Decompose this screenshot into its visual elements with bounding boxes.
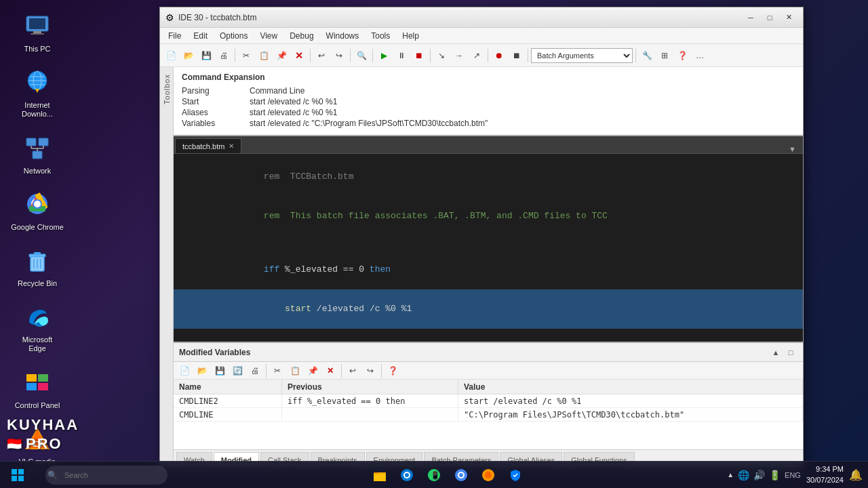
svg-rect-27: [26, 374, 37, 382]
microsoft-edge-label: MicrosoftEdge: [22, 336, 53, 353]
bp-tb-refresh[interactable]: 🔄: [229, 363, 245, 379]
menu-view[interactable]: View: [254, 30, 283, 42]
tb-record[interactable]: ⏺: [491, 47, 507, 64]
tray-battery[interactable]: 🔋: [769, 470, 781, 481]
batch-args-dropdown[interactable]: Batch Arguments: [531, 48, 633, 63]
tb-paste[interactable]: 📌: [273, 47, 290, 64]
menu-debug[interactable]: Debug: [284, 30, 319, 42]
tb-layout[interactable]: ⊞: [656, 47, 673, 64]
desktop-icon-network[interactable]: Network: [7, 129, 68, 178]
tb-help[interactable]: ❓: [674, 47, 690, 64]
bottom-panel-controls: ▲ □: [769, 346, 797, 359]
code-content[interactable]: rem TCCBatch.btm rem This batch file ass…: [174, 154, 803, 342]
tb-undo[interactable]: ↩: [313, 47, 330, 64]
menu-tools[interactable]: Tools: [366, 30, 395, 42]
menu-options[interactable]: Options: [214, 30, 253, 42]
bp-tb-paste[interactable]: 📌: [304, 363, 321, 379]
clock[interactable]: 9:34 PM 30/07/2024: [806, 464, 844, 485]
cmd-start-value: start /elevated /c %0 %1: [250, 97, 337, 106]
menu-help[interactable]: Help: [397, 30, 425, 42]
taskbar-shield[interactable]: [503, 463, 528, 487]
bp-tb-save[interactable]: 💾: [212, 363, 228, 379]
tb-step-over[interactable]: →: [451, 47, 467, 64]
svg-rect-37: [18, 469, 24, 474]
desktop-icon-control-panel[interactable]: Control Panel: [7, 363, 68, 413]
bp-tb-print[interactable]: 🖨: [247, 363, 263, 379]
svg-rect-28: [38, 374, 48, 382]
start-button[interactable]: [5, 463, 30, 487]
desktop-icon-microsoft-edge[interactable]: MicrosoftEdge: [7, 298, 68, 356]
code-line: quit: [174, 329, 803, 342]
bp-tb-undo[interactable]: ↩: [344, 363, 361, 379]
desktop-icon-google-chrome[interactable]: Google Chrome: [7, 185, 68, 235]
tb-step-out[interactable]: ↗: [469, 47, 485, 64]
tray-chevron[interactable]: ▲: [727, 471, 734, 479]
bp-tb-copy[interactable]: 📋: [287, 363, 303, 379]
desktop-icon-recycle-bin[interactable]: Recycle Bin: [7, 241, 68, 291]
grid-row: CMDLINE "C:\Program Files\JPSoft\TCMD30\…: [174, 408, 803, 422]
grid-header: Name Previous Value: [174, 380, 803, 394]
tb-new[interactable]: 📄: [163, 47, 179, 64]
internet-download-icon: [21, 66, 54, 98]
bp-tb-open[interactable]: 📂: [194, 363, 210, 379]
taskbar-firefox[interactable]: [476, 463, 500, 487]
bp-tb-cut[interactable]: ✂: [269, 363, 285, 379]
taskbar-center: 📱: [368, 463, 528, 487]
taskbar-chrome[interactable]: [449, 463, 473, 487]
tab-chevron-icon[interactable]: ▼: [789, 145, 802, 153]
bp-tb-delete[interactable]: ✕: [322, 363, 338, 379]
tb-save[interactable]: 💾: [198, 47, 214, 64]
tb-copy[interactable]: 📋: [256, 47, 272, 64]
taskbar-phone[interactable]: 📱: [422, 463, 446, 487]
tb-find[interactable]: 🔍: [353, 47, 370, 64]
maximize-button[interactable]: □: [761, 11, 778, 24]
close-button[interactable]: ✕: [780, 11, 797, 24]
search-input[interactable]: [45, 466, 167, 485]
tb-extra[interactable]: …: [692, 47, 708, 64]
tray-lang[interactable]: ENG: [785, 471, 801, 479]
row2-previous: [282, 408, 458, 421]
network-label: Network: [24, 167, 51, 176]
bp-float[interactable]: □: [784, 346, 797, 359]
tb-cut[interactable]: ✂: [238, 47, 254, 64]
menu-file[interactable]: File: [163, 30, 186, 42]
editor-tab-tccbatch[interactable]: tccbatch.btm ✕: [175, 138, 241, 153]
cmd-aliases-label: Aliases: [182, 108, 236, 117]
cmd-variables-label: Variables: [182, 119, 236, 128]
menu-windows[interactable]: Windows: [321, 30, 365, 42]
tb-step-into[interactable]: ↘: [433, 47, 450, 64]
tb-settings[interactable]: 🔧: [639, 47, 655, 64]
tb-sep7: [528, 49, 528, 62]
tray-volume[interactable]: 🔊: [753, 470, 765, 481]
tb-open[interactable]: 📂: [180, 47, 197, 64]
title-bar: ⚙ IDE 30 - tccbatch.btm ─ □ ✕: [160, 7, 803, 28]
cmd-row-aliases: Aliases start /elevated /c %0 %1: [182, 108, 795, 117]
tray-network[interactable]: 🌐: [738, 470, 749, 481]
svg-rect-30: [38, 383, 48, 390]
tray-notifications[interactable]: 🔔: [849, 468, 863, 481]
desktop-icon-this-pc[interactable]: This PC: [7, 7, 68, 56]
desktop-icon-internet-download[interactable]: InternetDownlo...: [7, 63, 68, 121]
tb-print[interactable]: 🖨: [216, 47, 232, 64]
minimize-button[interactable]: ─: [742, 11, 760, 24]
tb-stop-run[interactable]: ⏹: [411, 47, 427, 64]
kuyhaa-line2: PRO: [26, 434, 62, 454]
menu-edit[interactable]: Edit: [188, 30, 213, 42]
bp-tb-new[interactable]: 📄: [176, 363, 193, 379]
toolbar: 📄 📂 💾 🖨 ✂ 📋 📌 ✕ ↩ ↪ 🔍 ▶ ⏸ ⏹ ↘ → ↗ ⏺ ⏹: [160, 44, 803, 67]
tb-delete[interactable]: ✕: [291, 47, 307, 64]
code-line: iff %_elevated == 0 then: [174, 249, 803, 289]
bp-tb-redo[interactable]: ↪: [362, 363, 378, 379]
tb-run[interactable]: ▶: [376, 47, 392, 64]
bp-pin[interactable]: ▲: [769, 346, 783, 359]
cmd-row-variables: Variables start /elevated /c "C:\Program…: [182, 119, 795, 128]
bottom-panel: Modified Variables ▲ □ 📄 📂 💾 🔄 🖨: [174, 342, 803, 467]
tb-redo[interactable]: ↪: [331, 47, 347, 64]
taskbar-browser[interactable]: [395, 463, 419, 487]
bp-tb-help[interactable]: ❓: [384, 363, 401, 379]
tb-pause[interactable]: ⏸: [393, 47, 410, 64]
tab-close-icon[interactable]: ✕: [229, 142, 234, 150]
tb-sep8: [635, 49, 636, 62]
taskbar-file-explorer[interactable]: [368, 463, 392, 487]
tb-stop[interactable]: ⏹: [509, 47, 525, 64]
